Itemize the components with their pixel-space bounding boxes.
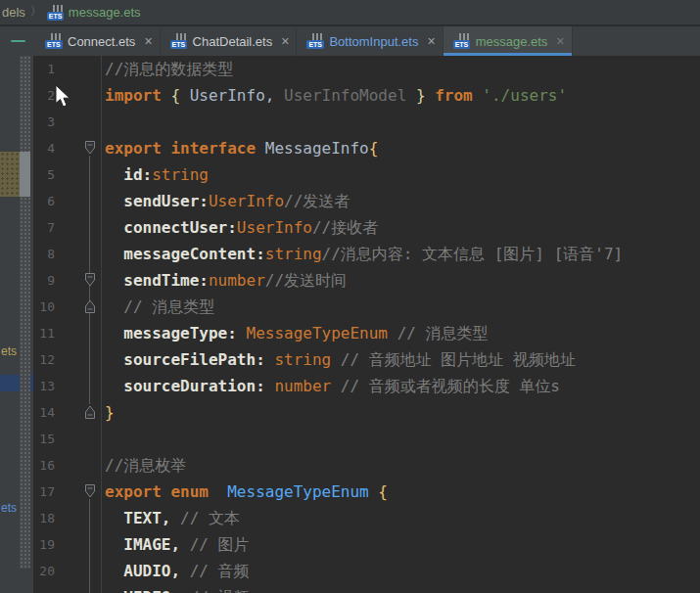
- minimize-dash-icon[interactable]: [11, 40, 25, 42]
- code-token: {: [170, 86, 189, 105]
- code-line[interactable]: connectUser:UserInfo//接收者: [105, 214, 623, 241]
- code-line[interactable]: sourceDuration: number // 音频或者视频的长度 单位s: [105, 373, 623, 399]
- code-token: from: [435, 86, 482, 105]
- code-token: number: [274, 377, 340, 395]
- code-token: export interface: [105, 139, 265, 158]
- code-token: // 文本: [180, 509, 240, 527]
- line-number: 17: [33, 479, 55, 505]
- ets-icon-badge: ETS: [45, 40, 63, 49]
- project-tree-sliver: ets ets: [0, 56, 33, 593]
- ets-icon-badge: ETS: [453, 40, 471, 49]
- tab-close-icon[interactable]: ×: [144, 34, 152, 48]
- tab-close-icon[interactable]: ×: [556, 34, 564, 48]
- code-token: // 音频或者视频的长度 单位s: [341, 377, 560, 395]
- code-token: // 图片: [190, 535, 250, 554]
- code-token: // 音频地址 图片地址 视频地址: [341, 350, 576, 369]
- code-token: MessageTypeEnum: [247, 324, 397, 342]
- code-token: [105, 271, 123, 290]
- code-token: sourceDuration:: [123, 377, 274, 395]
- code-token: [105, 588, 123, 593]
- gutter-separator: [101, 56, 102, 593]
- line-number: 20: [33, 558, 55, 584]
- line-number: 1: [33, 56, 55, 82]
- fold-marker-down[interactable]: [84, 272, 96, 288]
- code-line[interactable]: messageContent:string//消息内容: 文本信息 [图片] […: [105, 241, 623, 267]
- tab-close-icon[interactable]: ×: [281, 34, 289, 48]
- breadcrumb-chevron-icon: 〉: [30, 3, 42, 20]
- code-line[interactable]: TEXT, // 文本: [105, 505, 623, 531]
- fold-marker-down[interactable]: [84, 140, 96, 156]
- ets-file-icon: ETS: [45, 33, 62, 49]
- code-line[interactable]: // 消息类型: [105, 294, 623, 320]
- code-line[interactable]: id:string: [105, 161, 623, 188]
- line-number: 11: [33, 320, 55, 346]
- code-token: string: [152, 165, 209, 184]
- scrollbar-thumb[interactable]: [20, 152, 30, 197]
- code-line[interactable]: import { UserInfo, UserInfoModel } from …: [105, 82, 623, 109]
- line-number: 21: [33, 584, 55, 593]
- ide-window: dels 〉 ETS message.ets ETSConnect.ets×ET…: [0, 0, 700, 593]
- code-token: //消息枚举: [105, 456, 186, 475]
- project-tree-item[interactable]: ets: [1, 501, 17, 515]
- fold-marker-up[interactable]: [84, 298, 96, 314]
- code-token: string: [265, 245, 322, 263]
- code-token: // 消息类型: [397, 324, 489, 342]
- code-token: //发送时间: [265, 271, 347, 290]
- code-line[interactable]: //消息的数据类型: [105, 56, 623, 82]
- code-editor[interactable]: 123456789101112131415161718192021 //消息的数…: [33, 56, 700, 593]
- code-token: // 视频: [190, 588, 250, 593]
- tab-chatdetail-ets[interactable]: ETSChatDetail.ets×: [161, 26, 298, 56]
- line-number: 8: [33, 241, 55, 267]
- code-line[interactable]: sendTime:number//发送时间: [105, 267, 623, 294]
- code-line[interactable]: VIDEO, // 视频: [105, 584, 623, 593]
- breadcrumb-file[interactable]: message.ets: [69, 5, 141, 20]
- code-line[interactable]: sourceFilePath: string // 音频地址 图片地址 视频地址: [105, 346, 623, 373]
- line-number: 6: [33, 188, 55, 214]
- fold-marker-down[interactable]: [84, 483, 96, 499]
- tab-label: message.ets: [476, 34, 548, 49]
- code-area[interactable]: //消息的数据类型import { UserInfo, UserInfoMode…: [105, 56, 623, 593]
- code-token: TEXT,: [123, 509, 180, 527]
- project-tree-highlight-row[interactable]: [0, 152, 20, 197]
- code-line[interactable]: //消息枚举: [105, 452, 623, 479]
- code-token: id:: [123, 165, 152, 184]
- tab-bar-left-gutter: [0, 26, 35, 56]
- code-line[interactable]: [105, 109, 623, 135]
- code-token: messageContent:: [123, 245, 265, 263]
- code-line[interactable]: IMAGE, // 图片: [105, 531, 623, 558]
- line-number-gutter: 123456789101112131415161718192021: [33, 56, 55, 593]
- code-line[interactable]: AUDIO, // 音频: [105, 558, 623, 584]
- tab-close-icon[interactable]: ×: [427, 34, 435, 48]
- line-number: 15: [33, 426, 55, 452]
- tab-connect-ets[interactable]: ETSConnect.ets×: [35, 26, 161, 56]
- code-token: './users': [482, 86, 567, 105]
- fold-marker-up[interactable]: [84, 404, 96, 420]
- code-line[interactable]: messageType: MessageTypeEnum // 消息类型: [105, 320, 623, 346]
- code-token: sendUser:: [123, 192, 209, 210]
- breadcrumb-bar: dels 〉 ETS message.ets: [0, 0, 700, 25]
- breadcrumb-path-fragment[interactable]: dels: [2, 5, 25, 20]
- code-token: import: [105, 86, 170, 105]
- code-token: {: [369, 139, 379, 158]
- code-line[interactable]: export interface MessageInfo{: [105, 135, 623, 161]
- code-token: UserInfoModel: [284, 86, 406, 105]
- code-line[interactable]: }: [105, 399, 623, 426]
- project-tree-item[interactable]: ets: [1, 344, 17, 358]
- code-token: // 消息类型: [123, 297, 214, 316]
- code-token: [105, 509, 123, 527]
- scrollbar-track[interactable]: [20, 56, 30, 569]
- tab-message-ets[interactable]: ETSmessage.ets×: [443, 26, 573, 56]
- code-token: UserInfo: [209, 192, 284, 210]
- line-number: 14: [33, 399, 55, 426]
- code-token: messageType:: [123, 324, 246, 342]
- ets-icon-badge: ETS: [47, 12, 65, 21]
- tab-bottominput-ets[interactable]: ETSBottomInput.ets×: [297, 26, 443, 56]
- code-line[interactable]: export enum MessageTypeEnum {: [105, 479, 623, 505]
- code-line[interactable]: sendUser:UserInfo//发送者: [105, 188, 623, 214]
- line-number: 7: [33, 214, 55, 241]
- code-token: [105, 245, 123, 263]
- code-token: //发送者: [284, 192, 350, 210]
- code-token: MessageTypeEnum: [227, 482, 378, 501]
- code-line[interactable]: [105, 426, 623, 452]
- line-number: 2: [33, 82, 55, 109]
